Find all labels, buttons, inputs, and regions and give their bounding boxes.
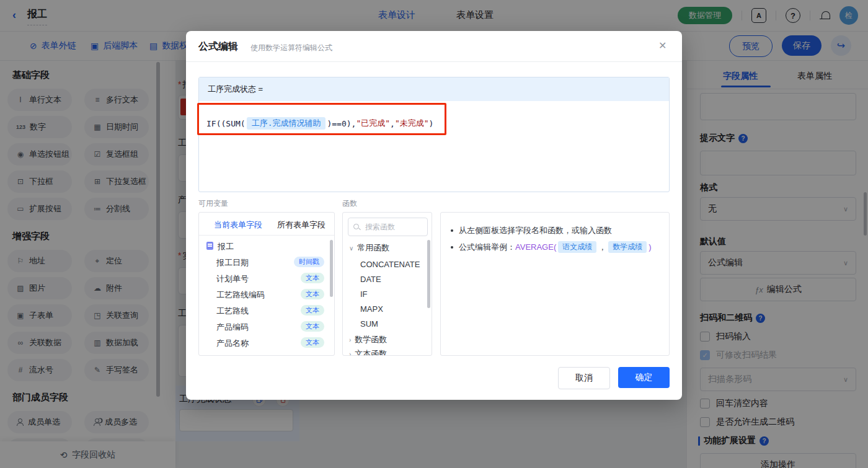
type-badge: 文本 — [301, 273, 324, 283]
function-item[interactable]: SUM — [360, 319, 378, 329]
formula-box: 工序完成状态 = IF((SUM(工序.完成情况辅助)==0),"已完成","未… — [198, 77, 670, 192]
chevron-right-icon: › — [349, 337, 351, 343]
functions-label: 函数 — [342, 198, 357, 209]
type-badge: 文本 — [301, 337, 324, 348]
variables-panel: 当前表单字段 所有表单字段 报工 报工日期 时间戳 计划单号 文本 工艺路线编码… — [198, 212, 335, 356]
tab-all-form-fields[interactable]: 所有表单字段 — [277, 219, 326, 231]
code-string: "未完成" — [395, 118, 429, 129]
code-text: IF((SUM( — [206, 119, 246, 128]
type-badge: 时间戳 — [294, 257, 324, 267]
tips-panel: 从左侧面板选择字段名和函数，或输入函数 公式编辑举例：AVERAGE(语文成绩，… — [440, 212, 670, 356]
bullet-icon — [451, 246, 453, 249]
function-group-common[interactable]: ∨常用函数 — [349, 242, 389, 254]
variable-item[interactable]: 产品编码 — [216, 322, 249, 333]
tip-line-1: 从左侧面板选择字段名和函数，或输入函数 — [451, 225, 612, 236]
variable-item[interactable]: 工艺路线 — [216, 306, 249, 317]
type-badge: 文本 — [301, 289, 324, 299]
variable-item[interactable]: 工艺路线编码 — [216, 289, 265, 301]
example-field-chip: 语文成绩 — [558, 241, 596, 253]
formula-editor-modal: 公式编辑 使用数学运算符编辑公式 ✕ 工序完成状态 = IF((SUM(工序.完… — [186, 31, 682, 400]
variable-item[interactable]: 计划单号 — [216, 273, 249, 285]
chevron-right-icon: › — [349, 351, 351, 356]
formula-code-editor[interactable]: IF((SUM(工序.完成情况辅助)==0),"已完成","未完成") — [206, 117, 433, 130]
type-badge: 文本 — [301, 321, 324, 332]
search-icon — [353, 224, 360, 231]
code-text: ) — [429, 119, 434, 128]
code-string: "已完成" — [356, 118, 390, 129]
functions-scrollbar[interactable] — [427, 240, 430, 308]
bullet-icon — [451, 229, 453, 232]
tab-current-form-fields[interactable]: 当前表单字段 — [214, 219, 262, 231]
example-function-name: AVERAGE( — [515, 242, 556, 252]
variables-label: 可用变量 — [198, 198, 228, 209]
modal-title: 公式编辑 — [198, 40, 238, 53]
type-badge: 文本 — [301, 305, 324, 316]
function-group-text[interactable]: ›文本函数 — [349, 348, 387, 356]
code-text: , — [390, 119, 395, 128]
app-screen: ‹ 报工 表单设计 表单设置 数据管理 A ? 检 ⊘ 表单外链 ▣ 后端脚本 … — [0, 0, 868, 468]
tip-line-2: 公式编辑举例：AVERAGE(语文成绩，数学成绩) — [451, 241, 652, 253]
formula-target: 工序完成状态 = — [199, 77, 669, 101]
function-item[interactable]: MAPX — [360, 304, 383, 314]
function-item[interactable]: CONCATENATE — [360, 260, 420, 269]
function-item[interactable]: DATE — [360, 275, 381, 284]
example-close-paren: ) — [649, 242, 651, 252]
form-doc-icon — [206, 242, 213, 250]
chevron-down-icon: ∨ — [349, 245, 353, 252]
variable-root[interactable]: 报工 — [218, 241, 234, 252]
divider — [199, 235, 334, 236]
field-chip[interactable]: 工序.完成情况辅助 — [247, 117, 326, 130]
functions-panel: ∨常用函数 CONCATENATE DATE IF MAPX SUM ›数学函数… — [342, 212, 432, 356]
code-text: )==0), — [327, 119, 356, 128]
function-item[interactable]: IF — [360, 289, 368, 299]
variable-item[interactable]: 报工日期 — [216, 257, 249, 268]
modal-subtitle: 使用数学运算符编辑公式 — [250, 43, 332, 53]
cancel-button[interactable]: 取消 — [558, 367, 610, 389]
close-icon[interactable]: ✕ — [658, 40, 666, 51]
variable-item[interactable]: 产品名称 — [216, 338, 249, 349]
function-search[interactable] — [348, 218, 428, 236]
variables-scrollbar[interactable] — [330, 240, 333, 297]
confirm-button[interactable]: 确定 — [618, 367, 670, 388]
divider — [186, 61, 682, 62]
search-input[interactable] — [364, 222, 416, 232]
example-field-chip: 数学成绩 — [608, 241, 647, 253]
function-group-math[interactable]: ›数学函数 — [349, 334, 387, 345]
